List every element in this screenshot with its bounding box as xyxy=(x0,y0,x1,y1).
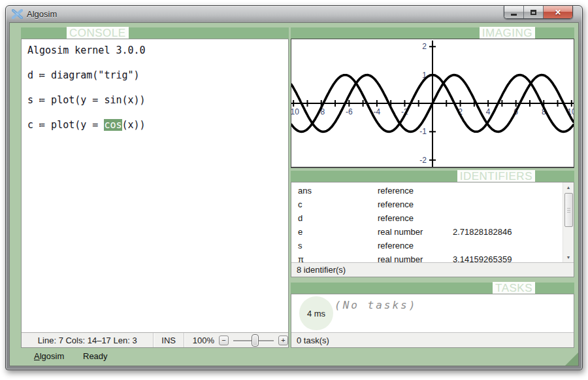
id-name: π xyxy=(298,254,378,262)
svg-text:-2: -2 xyxy=(419,156,427,165)
id-type: reference xyxy=(378,241,453,250)
window-title: Algosim xyxy=(27,9,57,19)
tasks-header-bar: TASKS xyxy=(291,283,574,294)
zoom-out-button[interactable]: − xyxy=(219,336,229,345)
svg-text:-6: -6 xyxy=(346,107,353,116)
caption-buttons: ✕ xyxy=(504,6,573,19)
console-text: s ≔ plot(y = sin(x)) xyxy=(27,94,146,106)
minimize-button[interactable] xyxy=(504,6,524,18)
cursor-position-status: Line: 7 Cols: 14–17 Len: 3 xyxy=(22,333,153,347)
identifier-row[interactable]: ansreference xyxy=(291,184,574,198)
identifier-row[interactable]: creference xyxy=(291,198,574,211)
maximize-icon xyxy=(531,10,536,15)
zoom-control: 100% − + xyxy=(184,333,288,347)
console-line xyxy=(27,107,282,119)
id-name: d xyxy=(298,213,378,223)
imaging-header-label: IMAGING xyxy=(480,27,535,39)
console-line: s ≔ plot(y = sin(x)) xyxy=(27,94,282,107)
imaging-panel: IMAGING -10-8-6-4-224681021-1-2 xyxy=(291,27,574,168)
console-line xyxy=(27,57,282,69)
id-type: reference xyxy=(378,199,453,209)
tasks-body: 4 ms (No tasks) 0 task(s) xyxy=(291,294,574,348)
console-line xyxy=(27,82,282,94)
imaging-canvas[interactable]: -10-8-6-4-224681021-1-2 xyxy=(291,39,574,168)
id-value: 3.14159265359 xyxy=(453,254,574,262)
tasks-panel: TASKS 4 ms (No tasks) 0 task(s) xyxy=(291,283,574,348)
client-area: CONSOLE Algosim kernel 3.0.0 d ≔ diagram… xyxy=(9,22,579,366)
console-header-bar: CONSOLE xyxy=(21,27,289,39)
tasks-content: 4 ms (No tasks) xyxy=(291,294,574,332)
zoom-level-label: 100% xyxy=(193,336,214,345)
identifiers-count-status: 8 identifier(s) xyxy=(291,262,574,277)
console-line: c ≔ plot(y = cos(x)) xyxy=(27,119,282,131)
zoom-in-button[interactable]: + xyxy=(278,336,288,345)
id-name: ans xyxy=(298,186,378,196)
identifiers-panel: IDENTIFIERS ansreferencecreferencedrefer… xyxy=(291,171,574,277)
algosim-logo-icon xyxy=(12,9,23,19)
id-type: real number xyxy=(378,227,453,237)
svg-text:4: 4 xyxy=(486,107,491,116)
identifiers-header-bar: IDENTIFIERS xyxy=(291,171,574,182)
console-text: (x)) xyxy=(122,119,146,131)
app-statusbar: Algosim Ready xyxy=(10,347,578,366)
timer-badge: 4 ms xyxy=(299,296,333,330)
titlebar[interactable]: Algosim xyxy=(6,6,582,22)
identifiers-list: ansreferencecreferencedreferenceereal nu… xyxy=(291,182,574,262)
zoom-slider[interactable] xyxy=(233,336,274,345)
console-lines[interactable]: Algosim kernel 3.0.0 d ≔ diagram("trig")… xyxy=(22,39,288,332)
scroll-down-icon[interactable]: ▼ xyxy=(563,252,574,262)
console-text: c ≔ plot(y = xyxy=(27,119,104,131)
id-type: reference xyxy=(378,186,453,196)
identifiers-scrollbar[interactable]: ▲ ▼ xyxy=(563,182,574,262)
scroll-up-icon[interactable]: ▲ xyxy=(563,182,574,192)
insert-mode-status: INS xyxy=(153,333,183,347)
imaging-header-bar: IMAGING xyxy=(291,27,574,39)
console-text: Algosim kernel 3.0.0 xyxy=(27,44,146,56)
console-body: Algosim kernel 3.0.0 d ≔ diagram("trig")… xyxy=(21,39,289,348)
scrollbar-thumb[interactable] xyxy=(564,193,573,227)
close-icon: ✕ xyxy=(555,9,561,16)
id-value: 2.71828182846 xyxy=(453,227,574,237)
id-name: c xyxy=(298,199,378,209)
svg-text:-10: -10 xyxy=(291,107,299,116)
close-button[interactable]: ✕ xyxy=(544,6,572,18)
console-header-label: CONSOLE xyxy=(67,27,129,39)
tasks-header-label: TASKS xyxy=(493,282,535,294)
identifier-row[interactable]: dreference xyxy=(291,211,574,225)
trig-plot: -10-8-6-4-224681021-1-2 xyxy=(291,39,574,167)
id-name: s xyxy=(298,241,378,250)
identifier-row[interactable]: sreference xyxy=(291,239,574,252)
console-text: d ≔ diagram("trig") xyxy=(27,69,140,81)
maximize-button[interactable] xyxy=(524,6,544,18)
svg-text:-4: -4 xyxy=(374,107,381,116)
resize-grip-icon[interactable] xyxy=(565,353,578,366)
app-window: Algosim ✕ CONSOLE Algosim kernel 3.0.0 d… xyxy=(5,5,583,370)
console-line: Algosim kernel 3.0.0 xyxy=(27,44,282,57)
algosim-menu-button[interactable]: Algosim xyxy=(34,351,64,361)
minimize-icon xyxy=(511,14,517,16)
identifiers-header-label: IDENTIFIERS xyxy=(457,170,535,182)
ready-status-text: Ready xyxy=(83,351,108,361)
console-line: d ≔ diagram("trig") xyxy=(27,69,282,82)
identifiers-body: ansreferencecreferencedreferenceereal nu… xyxy=(291,182,574,277)
id-name: e xyxy=(298,227,378,237)
identifier-row[interactable]: πreal number3.14159265359 xyxy=(291,252,574,262)
id-type: real number xyxy=(378,254,453,262)
identifier-row[interactable]: ereal number2.71828182846 xyxy=(291,225,574,239)
zoom-slider-thumb[interactable] xyxy=(252,334,259,347)
id-type: reference xyxy=(378,213,453,223)
console-panel: CONSOLE Algosim kernel 3.0.0 d ≔ diagram… xyxy=(21,27,289,348)
tasks-count-status: 0 task(s) xyxy=(291,332,574,347)
console-statusbar: Line: 7 Cols: 14–17 Len: 3 INS 100% − + xyxy=(22,332,288,347)
selected-text: cos xyxy=(104,119,122,131)
svg-text:2: 2 xyxy=(422,42,427,51)
no-tasks-message: (No tasks) xyxy=(335,299,417,311)
svg-text:-1: -1 xyxy=(419,127,427,136)
